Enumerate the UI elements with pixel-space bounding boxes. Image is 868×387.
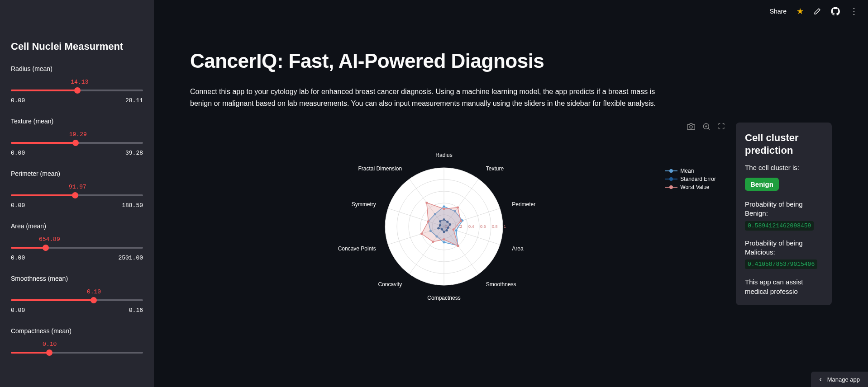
main-content: CancerIQ: Fast, AI-Powered Diagnosis Con…	[154, 0, 868, 387]
svg-point-61	[457, 245, 459, 247]
slider-max: 2501.00	[118, 255, 143, 261]
slider-track[interactable]	[11, 244, 143, 252]
slider-label: Perimeter (mean)	[11, 170, 143, 177]
svg-point-59	[460, 220, 462, 222]
slider-max: 188.50	[122, 202, 143, 209]
svg-text:0.8: 0.8	[492, 224, 498, 229]
slider-value: 654.89	[39, 236, 143, 243]
svg-point-42	[443, 241, 445, 244]
svg-text:Smoothness: Smoothness	[486, 281, 516, 288]
star-icon[interactable]: ★	[796, 6, 804, 16]
slider-track[interactable]	[11, 349, 143, 357]
slider-max: 39.28	[125, 150, 143, 156]
manage-app-bar[interactable]: ‹ Manage app	[811, 372, 868, 387]
sidebar: Cell Nuclei Measurment Radius (mean) 14.…	[0, 0, 154, 387]
svg-point-60	[453, 229, 455, 231]
prob-malicious-value: 0.41058785379015406	[745, 260, 817, 269]
legend-mean[interactable]: Mean	[665, 168, 716, 174]
chart-toolbar	[687, 123, 725, 132]
slider-label: Area (mean)	[11, 222, 143, 230]
chart-column: RadiusTexturePerimeterAreaSmoothnessComp…	[190, 123, 725, 312]
chevron-left-icon: ‹	[819, 375, 821, 383]
fullscreen-icon[interactable]	[718, 123, 725, 132]
slider-track[interactable]	[11, 191, 143, 199]
slider-label: Compactness (mean)	[11, 327, 143, 335]
share-button[interactable]: Share	[770, 8, 787, 15]
radar-chart: RadiusTexturePerimeterAreaSmoothnessComp…	[331, 141, 584, 312]
svg-text:Symmetry: Symmetry	[352, 201, 376, 208]
edit-icon[interactable]	[814, 8, 821, 15]
svg-point-64	[420, 233, 423, 235]
zoom-icon[interactable]	[702, 123, 711, 132]
slider-4: Smoothness (mean) 0.10 0.00 0.16	[11, 275, 143, 314]
prob-malicious-label: Probability of being Malicious:	[745, 239, 823, 257]
sidebar-title: Cell Nuclei Measurment	[11, 41, 143, 52]
slider-value: 0.10	[43, 341, 143, 348]
slider-value: 0.10	[87, 288, 143, 295]
legend-worst[interactable]: Worst Value	[665, 184, 716, 190]
slider-0: Radius (mean) 14.13 0.00 28.11	[11, 65, 143, 104]
svg-point-58	[457, 207, 459, 209]
slider-value: 14.13	[71, 79, 143, 85]
svg-point-57	[443, 208, 445, 210]
svg-point-63	[432, 241, 434, 243]
slider-label: Radius (mean)	[11, 65, 143, 72]
slider-min: 0.00	[11, 255, 25, 261]
svg-point-40	[455, 230, 458, 232]
svg-text:Area: Area	[512, 245, 524, 252]
page-title: CancerIQ: Fast, AI-Powered Diagnosis	[190, 50, 832, 72]
slider-1: Texture (mean) 19.29 0.00 39.28	[11, 118, 143, 156]
camera-icon[interactable]	[687, 123, 695, 132]
svg-text:Texture: Texture	[486, 165, 504, 172]
slider-3: Area (mean) 654.89 0.00 2501.00	[11, 222, 143, 261]
svg-text:1: 1	[504, 224, 506, 229]
prediction-panel: Cell cluster prediction The cell cluster…	[736, 123, 832, 305]
slider-track[interactable]	[11, 296, 143, 304]
slider-track[interactable]	[11, 86, 143, 94]
svg-text:Compactness: Compactness	[427, 295, 460, 301]
svg-text:Radius: Radius	[435, 152, 452, 158]
svg-text:Perimeter: Perimeter	[512, 201, 535, 208]
svg-text:Fractal Dimension: Fractal Dimension	[358, 165, 402, 172]
slider-5: Compactness (mean) 0.10	[11, 327, 143, 359]
slider-value: 19.29	[69, 131, 143, 138]
slider-label: Texture (mean)	[11, 118, 143, 125]
legend-se[interactable]: Standard Error	[665, 176, 716, 182]
prediction-disclaimer: This app can assist medical professio	[745, 277, 823, 296]
menu-icon[interactable]: ⋮	[850, 6, 857, 16]
svg-text:Concave Points: Concave Points	[338, 245, 376, 252]
prob-benign-value: 0.5894121462098459	[745, 221, 814, 231]
slider-min: 0.00	[11, 202, 25, 209]
top-toolbar: Share ★ ⋮	[759, 0, 868, 23]
slider-label: Smoothness (mean)	[11, 275, 143, 282]
github-icon[interactable]	[831, 7, 840, 16]
slider-min: 0.00	[11, 150, 25, 156]
svg-text:Concavity: Concavity	[378, 281, 402, 288]
slider-max: 0.16	[129, 307, 143, 314]
svg-point-65	[427, 220, 429, 222]
svg-line-2	[708, 128, 709, 130]
prediction-badge: Benign	[745, 178, 779, 191]
prediction-title: Cell cluster prediction	[745, 132, 823, 156]
svg-point-37	[443, 205, 445, 208]
svg-text:0.4: 0.4	[468, 224, 474, 229]
slider-2: Perimeter (mean) 91.97 0.00 188.50	[11, 170, 143, 209]
prediction-intro: The cell cluster is:	[745, 164, 823, 171]
slider-track[interactable]	[11, 139, 143, 147]
slider-min: 0.00	[11, 307, 25, 314]
chart-legend: Mean Standard Error Worst Value	[665, 168, 716, 192]
svg-point-66	[425, 202, 428, 204]
svg-text:0.6: 0.6	[480, 224, 486, 229]
slider-value: 91.97	[69, 184, 143, 190]
svg-point-0	[690, 126, 692, 128]
svg-point-62	[443, 238, 445, 241]
prob-benign-label: Probability of being Benign:	[745, 200, 823, 218]
slider-min: 0.00	[11, 97, 25, 104]
manage-app-label: Manage app	[827, 376, 860, 383]
page-description: Connect this app to your cytology lab fo…	[190, 86, 674, 109]
slider-max: 28.11	[125, 97, 143, 104]
